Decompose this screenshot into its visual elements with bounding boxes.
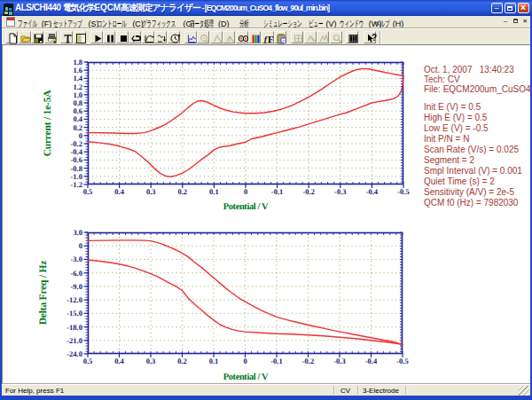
svg-text:0.3: 0.3 <box>146 357 156 365</box>
svg-text:-0.2: -0.2 <box>302 187 314 196</box>
svg-text:-21.0: -21.0 <box>66 336 82 345</box>
svg-text:0.2: 0.2 <box>177 187 187 196</box>
svg-text:-0.3: -0.3 <box>334 187 346 196</box>
svg-text:-12.0: -12.0 <box>66 295 82 304</box>
svg-text:-0.4: -0.4 <box>366 187 379 196</box>
svg-text:0.5: 0.5 <box>83 187 93 196</box>
svg-text:-0.2: -0.2 <box>302 357 314 365</box>
svg-text:-1.2: -1.2 <box>71 180 82 189</box>
svg-text:0.1: 0.1 <box>209 357 219 365</box>
svg-text:-0.3: -0.3 <box>333 357 345 365</box>
svg-text:-15.0: -15.0 <box>66 309 82 318</box>
svg-text:0: 0 <box>244 187 247 196</box>
svg-text:3.0: 3.0 <box>73 228 82 237</box>
svg-text:-24.0: -24.0 <box>66 349 82 358</box>
svg-text:Current / 1e-5A: Current / 1e-5A <box>43 90 53 157</box>
svg-text:-0.5: -0.5 <box>397 187 409 196</box>
svg-text:0.1: 0.1 <box>209 187 219 196</box>
svg-text:-0.4: -0.4 <box>365 357 378 365</box>
svg-text:-18.0: -18.0 <box>66 323 82 332</box>
svg-text:0.4: 0.4 <box>114 187 124 196</box>
svg-text:-6.0: -6.0 <box>71 269 82 278</box>
svg-text:0.2: 0.2 <box>177 357 187 365</box>
svg-text:0.4: 0.4 <box>114 357 124 365</box>
svg-text:0: 0 <box>243 357 246 365</box>
svg-text:0.3: 0.3 <box>146 187 156 196</box>
svg-text:-0.5: -0.5 <box>396 357 408 365</box>
svg-text:Potential / V: Potential / V <box>223 202 269 212</box>
svg-text:0: 0 <box>79 241 82 250</box>
svg-text:-9.0: -9.0 <box>71 282 82 291</box>
svg-text:-3.0: -3.0 <box>71 255 82 263</box>
svg-text:-0.1: -0.1 <box>270 357 282 365</box>
svg-text:-0.1: -0.1 <box>271 187 283 196</box>
svg-text:0.5: 0.5 <box>83 357 93 365</box>
svg-text:Delta Freq / Hz: Delta Freq / Hz <box>38 261 49 325</box>
svg-text:Potential / V: Potential / V <box>223 373 269 382</box>
